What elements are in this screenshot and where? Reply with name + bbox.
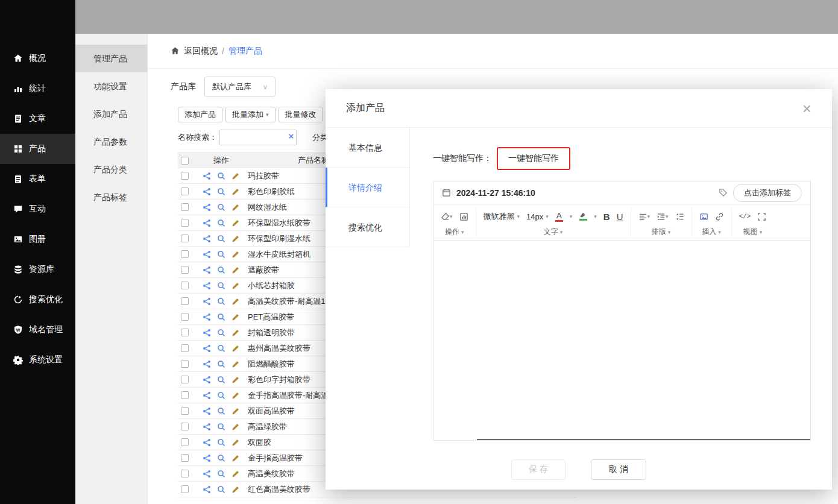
edit-icon[interactable] [232,470,240,478]
preview-icon[interactable] [217,219,225,227]
row-checkbox[interactable] [181,407,189,415]
preview-icon[interactable] [217,376,225,384]
row-checkbox[interactable] [181,282,189,289]
preview-icon[interactable] [217,313,225,321]
action-button[interactable]: 批量添加 ▾ [225,107,276,122]
modal-tab[interactable]: 详情介绍 [326,168,410,207]
edit-icon[interactable] [232,266,240,274]
cancel-button[interactable]: 取 消 [591,459,646,480]
share-icon[interactable] [203,172,211,180]
toolbar-text-menu[interactable]: 文字▾ [544,227,563,237]
sidebar-item[interactable]: 产品 [0,134,75,164]
insert-chart-icon[interactable] [459,212,468,221]
font-color-icon[interactable]: A [555,212,563,222]
editor-horizontal-scrollbar[interactable] [477,439,810,440]
bold-icon[interactable]: B [603,212,610,222]
share-icon[interactable] [203,407,211,415]
row-checkbox[interactable] [181,360,189,368]
library-select[interactable]: 默认产品库 ∨ [204,77,276,97]
line-height-icon[interactable] [675,212,684,221]
row-checkbox[interactable] [181,172,189,180]
share-icon[interactable] [203,485,211,494]
row-checkbox[interactable] [181,376,189,383]
row-checkbox[interactable] [181,470,189,477]
edit-icon[interactable] [232,438,240,447]
share-icon[interactable] [203,266,211,274]
toolbar-insert-menu[interactable]: 插入▾ [702,227,721,237]
submenu-item[interactable]: 添加产品 [75,100,147,128]
edit-icon[interactable] [232,282,240,290]
indent-icon[interactable]: ▾ [657,212,669,221]
row-checkbox[interactable] [181,438,189,446]
edit-icon[interactable] [232,219,240,227]
preview-icon[interactable] [217,454,225,462]
row-checkbox[interactable] [181,454,189,462]
share-icon[interactable] [203,250,211,259]
share-icon[interactable] [203,376,211,384]
edit-icon[interactable] [232,172,240,180]
preview-icon[interactable] [217,360,225,368]
preview-icon[interactable] [217,329,225,337]
action-button[interactable]: 添加产品 ▾ [178,107,222,122]
row-checkbox[interactable] [181,313,189,321]
edit-icon[interactable] [232,344,240,353]
edit-icon[interactable] [232,187,240,196]
save-button[interactable]: 保 存 [511,459,565,480]
toolbar-view-menu[interactable]: 视图▾ [743,227,763,237]
name-search-input[interactable] [219,130,297,145]
edit-icon[interactable] [232,391,240,400]
font-size-select[interactable]: 14px▾ [526,212,549,221]
share-icon[interactable] [203,313,211,321]
preview-icon[interactable] [217,266,225,274]
row-checkbox[interactable] [181,297,189,305]
sidebar-item[interactable]: 统计 [0,74,75,104]
share-icon[interactable] [203,344,211,353]
link-icon[interactable] [715,212,724,221]
preview-icon[interactable] [217,485,225,494]
row-checkbox[interactable] [181,187,189,195]
share-icon[interactable] [203,360,211,368]
preview-icon[interactable] [217,407,225,415]
sidebar-item[interactable]: 文章 [0,104,75,134]
row-checkbox[interactable] [181,235,189,242]
edit-icon[interactable] [232,235,240,243]
share-icon[interactable] [203,219,211,227]
sidebar-item[interactable]: 概况 [0,43,75,74]
modal-tab[interactable]: 基本信息 [326,128,410,168]
breadcrumb-back-link[interactable]: 返回概况 [184,46,218,57]
row-checkbox[interactable] [181,250,189,258]
align-icon[interactable]: ▾ [638,212,651,221]
share-icon[interactable] [203,470,211,478]
preview-icon[interactable] [217,235,225,243]
share-icon[interactable] [203,423,211,431]
sidebar-item[interactable]: 系统设置 [0,345,75,375]
submenu-item[interactable]: 管理产品 [75,45,147,72]
row-checkbox[interactable] [181,203,189,211]
share-icon[interactable] [203,297,211,306]
sidebar-item[interactable]: 搜索优化 [0,285,75,315]
preview-icon[interactable] [217,391,225,400]
toolbar-ops-menu[interactable]: 操作▾ [445,227,464,237]
share-icon[interactable] [203,203,211,212]
preview-icon[interactable] [217,172,225,180]
image-icon[interactable] [699,212,708,221]
smart-write-button[interactable]: 一键智能写作 [497,147,570,170]
sidebar-item[interactable]: 表单 [0,164,75,194]
action-button[interactable]: 批量修改 ▾ [279,107,323,122]
row-checkbox[interactable] [181,391,189,399]
edit-icon[interactable] [232,485,240,494]
preview-icon[interactable] [217,344,225,353]
share-icon[interactable] [203,187,211,196]
share-icon[interactable] [203,329,211,337]
clear-search-icon[interactable]: × [289,132,294,140]
sidebar-item[interactable]: 资源库 [0,254,75,285]
edit-icon[interactable] [232,360,240,368]
preview-icon[interactable] [217,282,225,290]
highlight-color-icon[interactable] [579,212,587,221]
modal-tab[interactable]: 搜索优化 [326,207,410,247]
edit-icon[interactable] [232,329,240,337]
editor-body[interactable] [433,241,810,440]
row-checkbox[interactable] [181,329,189,336]
underline-icon[interactable]: U [617,212,623,222]
share-icon[interactable] [203,454,211,462]
